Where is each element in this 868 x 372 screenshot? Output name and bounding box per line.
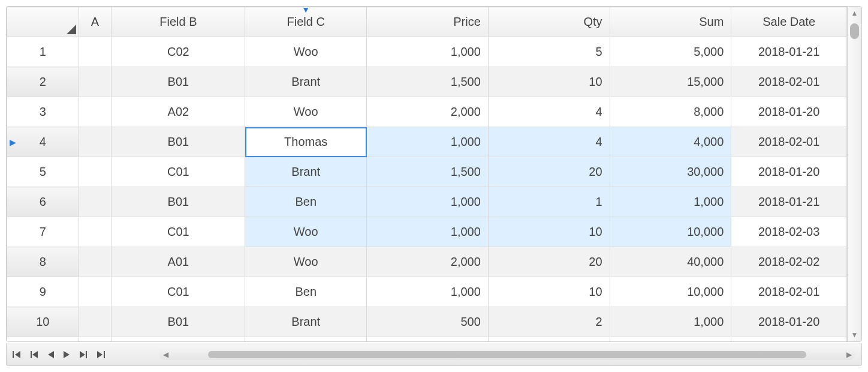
cell-sum[interactable]: 5,000 [610, 37, 731, 67]
cell-field-b[interactable]: C01 [111, 157, 245, 187]
cell-field-b[interactable]: C02 [111, 37, 245, 67]
cell-a[interactable] [79, 157, 111, 187]
row-header[interactable]: ▶2 [7, 67, 79, 97]
column-header-sum[interactable]: Sum [610, 7, 731, 37]
cell-qty[interactable]: 2 [488, 337, 610, 342]
cell-price[interactable]: 500 [367, 307, 489, 337]
cell-field-b[interactable]: A01 [111, 247, 245, 277]
cell-field-b[interactable]: B01 [111, 187, 245, 217]
cell-sale-date[interactable]: 2018-02-02 [731, 247, 847, 277]
cell-qty[interactable]: 4 [488, 97, 610, 127]
nav-first-icon[interactable] [13, 350, 22, 359]
cell-price[interactable]: 1,000 [367, 37, 489, 67]
scroll-left-arrow-icon[interactable]: ◀ [159, 350, 172, 359]
cell-a[interactable] [79, 187, 111, 217]
nav-prev-icon[interactable] [47, 350, 55, 359]
cell-a[interactable] [79, 67, 111, 97]
vertical-scrollbar[interactable]: ▲ ▼ [847, 7, 861, 341]
row-header[interactable]: ▶7 [7, 217, 79, 247]
cell-field-b[interactable]: C01 [111, 217, 245, 247]
cell-a[interactable] [79, 217, 111, 247]
horizontal-scrollbar[interactable]: ◀ ▶ [159, 349, 855, 360]
row-header[interactable]: ▶8 [7, 247, 79, 277]
cell-sale-date[interactable]: 2018-01-20 [731, 307, 847, 337]
horizontal-scroll-track[interactable] [172, 351, 842, 358]
cell-price[interactable]: 2,000 [367, 247, 489, 277]
cell-field-b[interactable]: B01 [111, 67, 245, 97]
cell-a[interactable] [79, 307, 111, 337]
scroll-right-arrow-icon[interactable]: ▶ [842, 350, 855, 359]
cell-price[interactable]: 1,000 [367, 337, 489, 342]
cell-qty[interactable]: 10 [488, 217, 610, 247]
row-header[interactable]: ▶5 [7, 157, 79, 187]
column-header-field-b[interactable]: Field B [111, 7, 245, 37]
cell-sale-date[interactable]: 2018-02-01 [731, 67, 847, 97]
nav-next-page-icon[interactable] [79, 350, 87, 359]
cell-sale-date[interactable]: 2018-01-20 [731, 97, 847, 127]
nav-last-icon[interactable] [95, 350, 105, 359]
vertical-scroll-thumb[interactable] [850, 23, 859, 39]
cell-sale-date[interactable]: 2018-02-01 [731, 277, 847, 307]
cell-sum[interactable]: 1,000 [610, 307, 731, 337]
cell-sale-date[interactable]: 2018-01-20 [731, 157, 847, 187]
cell-sum[interactable]: 10,000 [610, 277, 731, 307]
cell-field-c[interactable]: Woo [245, 97, 367, 127]
row-header[interactable]: ▶11 [7, 337, 79, 342]
cell-sum[interactable]: 15,000 [610, 67, 731, 97]
row-header[interactable]: ▶3 [7, 97, 79, 127]
scroll-down-arrow-icon[interactable]: ▼ [848, 328, 861, 341]
cell-price[interactable]: 1,000 [367, 187, 489, 217]
cell-field-b[interactable]: C01 [111, 277, 245, 307]
cell-qty[interactable]: 4 [488, 127, 610, 157]
cell-field-c[interactable]: Woo [245, 247, 367, 277]
cell-field-c[interactable]: Ben [245, 277, 367, 307]
cell-sale-date[interactable]: 2018-02-02 [731, 337, 847, 342]
cell-sum[interactable]: 1,000 [610, 187, 731, 217]
cell-a[interactable] [79, 127, 111, 157]
row-header[interactable]: ▶4 [7, 127, 79, 157]
cell-field-b[interactable]: B01 [111, 307, 245, 337]
cell-sum[interactable]: 10,000 [610, 217, 731, 247]
cell-field-c[interactable]: Brant [245, 307, 367, 337]
cell-qty[interactable]: 20 [488, 157, 610, 187]
cell-a[interactable] [79, 277, 111, 307]
nav-next-icon[interactable] [63, 350, 70, 359]
cell-a[interactable] [79, 37, 111, 67]
row-header[interactable]: ▶1 [7, 37, 79, 67]
cell-field-b[interactable]: B01 [111, 127, 245, 157]
cell-field-c[interactable]: Brant [245, 67, 367, 97]
cell-price[interactable]: 1,500 [367, 67, 489, 97]
column-header-field-c[interactable]: ▼ Field C [245, 7, 367, 37]
cell-a[interactable] [79, 97, 111, 127]
cell-qty[interactable]: 20 [488, 247, 610, 277]
horizontal-scroll-thumb[interactable] [208, 351, 806, 358]
cell-a[interactable] [79, 337, 111, 342]
scroll-up-arrow-icon[interactable]: ▲ [848, 7, 861, 20]
column-header-sale-date[interactable]: Sale Date [731, 7, 847, 37]
cell-field-b[interactable]: A02 [111, 97, 245, 127]
cell-sum[interactable]: 4,000 [610, 127, 731, 157]
cell-field-c[interactable]: Woo [245, 337, 367, 342]
cell-field-b[interactable]: A01 [111, 337, 245, 342]
cell-field-c[interactable]: Ben [245, 187, 367, 217]
row-header[interactable]: ▶9 [7, 277, 79, 307]
nav-prev-page-icon[interactable] [31, 350, 39, 359]
cell-sum[interactable]: 30,000 [610, 157, 731, 187]
cell-field-c[interactable]: Woo [245, 37, 367, 67]
cell-sum[interactable]: 2,000 [610, 337, 731, 342]
cell-qty[interactable]: 5 [488, 37, 610, 67]
column-header-price[interactable]: Price [367, 7, 489, 37]
cell-a[interactable] [79, 247, 111, 277]
cell-price[interactable]: 1,000 [367, 277, 489, 307]
cell-qty[interactable]: 2 [488, 307, 610, 337]
cell-price[interactable]: 1,000 [367, 217, 489, 247]
cell-sale-date[interactable]: 2018-02-01 [731, 127, 847, 157]
column-header-a[interactable]: A [79, 7, 111, 37]
cell-price[interactable]: 2,000 [367, 97, 489, 127]
cell-price[interactable]: 1,500 [367, 157, 489, 187]
cell-sale-date[interactable]: 2018-01-21 [731, 37, 847, 67]
row-header[interactable]: ▶10 [7, 307, 79, 337]
select-all-corner[interactable] [7, 7, 79, 37]
cell-price[interactable]: 1,000 [367, 127, 489, 157]
column-header-qty[interactable]: Qty [488, 7, 610, 37]
